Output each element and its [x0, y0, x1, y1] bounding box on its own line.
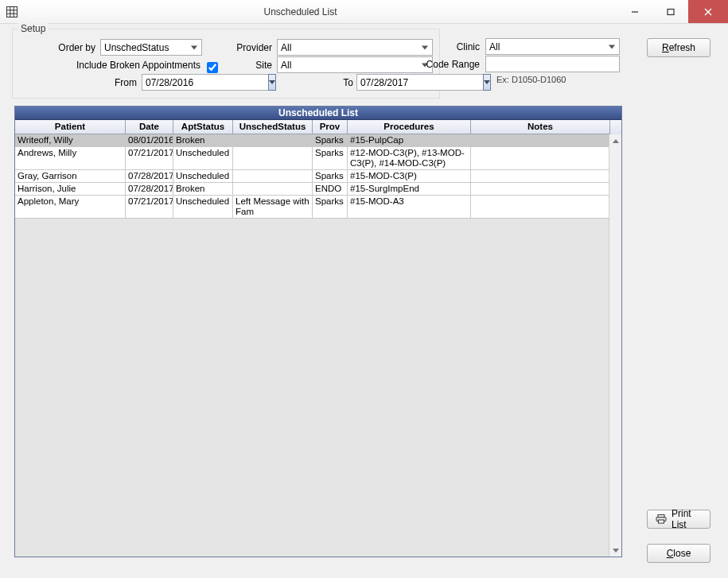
to-date-input[interactable]: [356, 74, 484, 91]
table-row[interactable]: Gray, Garrison07/28/2017UnscheduledSpark…: [15, 170, 621, 183]
col-aptstatus[interactable]: AptStatus: [173, 120, 233, 134]
from-date-picker-button[interactable]: [268, 74, 276, 91]
table-row[interactable]: Andrews, Milly07/21/2017UnscheduledSpark…: [15, 147, 621, 170]
cell: Unscheduled: [173, 170, 233, 182]
cell: Sparks: [313, 134, 348, 146]
include-broken-checkbox[interactable]: [207, 62, 218, 73]
client-area: Setup Order by UnschedStatus Include Bro…: [0, 24, 728, 578]
col-patient[interactable]: Patient: [15, 120, 126, 134]
cell: Unscheduled: [173, 196, 233, 218]
refresh-button[interactable]: Refresh: [647, 38, 710, 57]
from-label: From: [99, 77, 137, 88]
cell: #15-MOD-A3: [348, 196, 471, 218]
cell: #15-MOD-C3(P): [348, 170, 471, 182]
table-row[interactable]: Harrison, Julie07/28/2017BrokenENDO#15-S…: [15, 183, 621, 196]
cell: Unscheduled: [173, 147, 233, 169]
col-prov[interactable]: Prov: [313, 120, 348, 134]
clinic-label: Clinic: [440, 41, 480, 52]
order-by-select[interactable]: UnschedStatus: [100, 39, 202, 56]
include-broken-label: Include Broken Appointments: [0, 60, 200, 71]
cell: 07/21/2017: [126, 147, 173, 169]
svg-rect-6: [668, 9, 674, 14]
cell: [471, 183, 610, 195]
svg-rect-11: [659, 520, 664, 523]
maximize-button[interactable]: [652, 0, 688, 23]
setup-groupbox: Setup Order by UnschedStatus Include Bro…: [12, 29, 440, 99]
table-row[interactable]: Writeoff, Willy08/01/2016BrokenSparks#15…: [15, 134, 621, 147]
cell: Sparks: [313, 147, 348, 169]
to-date-picker-button[interactable]: [483, 74, 491, 91]
cell: Writeoff, Willy: [15, 134, 126, 146]
to-label: To: [315, 77, 353, 88]
cell: Appleton, Mary: [15, 196, 126, 218]
grid-vertical-scrollbar[interactable]: [609, 134, 621, 557]
cell: Andrews, Milly: [15, 147, 126, 169]
scroll-up-icon[interactable]: [609, 134, 621, 147]
cell: [471, 170, 610, 182]
code-range-input[interactable]: [485, 56, 620, 72]
to-date-input-wrap[interactable]: [356, 74, 433, 91]
cell: [233, 183, 313, 195]
clinic-select[interactable]: All: [485, 38, 620, 55]
printer-icon: [656, 514, 667, 524]
provider-select-wrap[interactable]: All: [277, 39, 433, 56]
provider-select[interactable]: All: [277, 39, 433, 56]
cell: Broken: [173, 183, 233, 195]
site-select[interactable]: All: [277, 56, 433, 73]
from-date-input[interactable]: [142, 74, 269, 91]
table-row[interactable]: Appleton, Mary07/21/2017UnscheduledLeft …: [15, 196, 621, 219]
close-button[interactable]: Close: [647, 544, 710, 563]
window-buttons: [617, 0, 728, 23]
code-range-hint: Ex: D1050-D1060: [496, 75, 566, 84]
grid-body[interactable]: Writeoff, Willy08/01/2016BrokenSparks#15…: [15, 134, 621, 557]
from-date-input-wrap[interactable]: [142, 74, 218, 91]
cell: [471, 147, 610, 169]
scroll-down-icon[interactable]: [609, 544, 621, 557]
grid-header-row: Patient Date AptStatus UnschedStatus Pro…: [15, 120, 621, 134]
cell: 07/21/2017: [126, 196, 173, 218]
minimize-button[interactable]: [617, 0, 652, 23]
title-bar: Unscheduled List: [0, 0, 728, 24]
cell: 08/01/2016: [126, 134, 173, 146]
cell: Harrison, Julie: [15, 183, 126, 195]
cell: [233, 170, 313, 182]
cell: [233, 147, 313, 169]
cell: [471, 196, 610, 218]
cell: [233, 134, 313, 146]
cell: #12-MOD-C3(P), #13-MOD-C3(P), #14-MOD-C3…: [348, 147, 471, 169]
order-by-select-wrap[interactable]: UnschedStatus: [100, 39, 202, 56]
setup-legend: Setup: [18, 23, 49, 34]
col-procedures[interactable]: Procedures: [348, 120, 471, 134]
print-list-label: Print List: [672, 508, 702, 530]
code-range-label: Code Range: [422, 59, 480, 70]
col-notes[interactable]: Notes: [471, 120, 610, 134]
provider-label: Provider: [232, 42, 272, 53]
cell: Sparks: [313, 170, 348, 182]
cell: Broken: [173, 134, 233, 146]
cell: Gray, Garrison: [15, 170, 126, 182]
clinic-select-wrap[interactable]: All: [485, 38, 620, 55]
cell: [471, 134, 610, 146]
cell: 07/28/2017: [126, 183, 173, 195]
close-window-button[interactable]: [688, 0, 728, 23]
site-label: Site: [232, 60, 272, 71]
cell: ENDO: [313, 183, 348, 195]
cell: Sparks: [313, 196, 348, 218]
print-list-button[interactable]: Print List: [647, 510, 710, 529]
col-unschedstatus[interactable]: UnschedStatus: [233, 120, 313, 134]
window-title: Unscheduled List: [0, 6, 617, 17]
grid-title: Unscheduled List: [15, 107, 621, 120]
col-date[interactable]: Date: [126, 120, 173, 134]
order-by-label: Order by: [38, 42, 95, 53]
cell: #15-PulpCap: [348, 134, 471, 146]
cell: #15-SurgImpEnd: [348, 183, 471, 195]
site-select-wrap[interactable]: All: [277, 56, 433, 73]
cell: Left Message with Fam: [233, 196, 313, 218]
unscheduled-grid: Unscheduled List Patient Date AptStatus …: [14, 106, 622, 557]
cell: 07/28/2017: [126, 170, 173, 182]
